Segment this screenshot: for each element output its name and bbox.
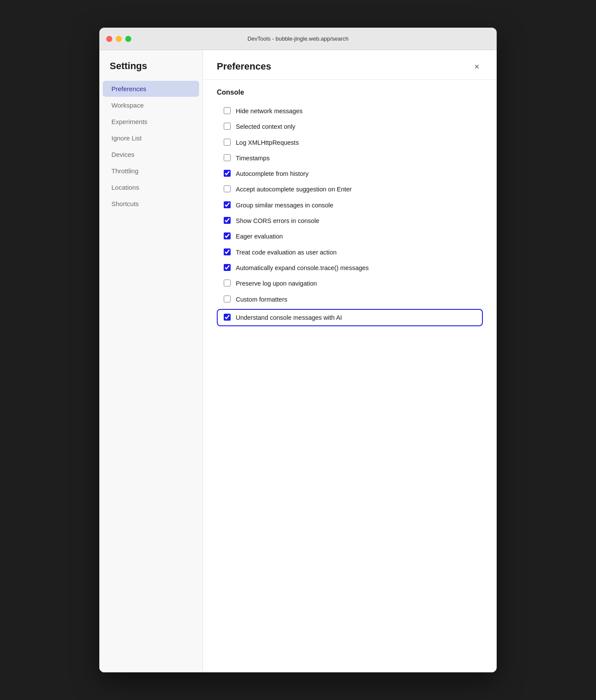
checkbox-item-timestamps: Timestamps [217, 150, 483, 166]
checkbox-item-hide-network-messages: Hide network messages [217, 103, 483, 119]
checkbox-hide-network-messages[interactable] [224, 107, 231, 114]
checkbox-label-autocomplete-from-history[interactable]: Autocomplete from history [236, 169, 308, 178]
checkbox-item-group-similar-messages: Group similar messages in console [217, 197, 483, 213]
checkbox-item-selected-context-only: Selected context only [217, 119, 483, 134]
checkbox-item-autocomplete-from-history: Autocomplete from history [217, 166, 483, 181]
checkbox-item-custom-formatters: Custom formatters [217, 292, 483, 307]
window-title: DevTools - bubble-jingle.web.app/search [247, 35, 349, 42]
checkbox-item-auto-expand-console-trace: Automatically expand console.trace() mes… [217, 260, 483, 276]
checkbox-item-eager-evaluation: Eager evaluation [217, 229, 483, 244]
sidebar-item-throttling[interactable]: Throttling [103, 163, 199, 179]
window-content: Settings PreferencesWorkspaceExperiments… [99, 50, 497, 672]
checkbox-label-eager-evaluation[interactable]: Eager evaluation [236, 232, 283, 241]
minimize-traffic-light[interactable] [116, 36, 122, 42]
checkbox-label-auto-expand-console-trace[interactable]: Automatically expand console.trace() mes… [236, 264, 369, 272]
checkbox-accept-autocomplete-suggestion[interactable] [224, 185, 231, 192]
checkbox-group-similar-messages[interactable] [224, 201, 231, 208]
main-header: Preferences × [203, 50, 497, 80]
checkbox-label-accept-autocomplete-suggestion[interactable]: Accept autocomplete suggestion on Enter [236, 185, 352, 194]
sidebar-item-ignore-list[interactable]: Ignore List [103, 130, 199, 146]
checkbox-label-group-similar-messages[interactable]: Group similar messages in console [236, 201, 333, 210]
traffic-lights [106, 36, 131, 42]
checkbox-label-hide-network-messages[interactable]: Hide network messages [236, 107, 303, 115]
checkbox-label-log-xmlhttprequests[interactable]: Log XMLHttpRequests [236, 138, 299, 147]
checkbox-label-treat-code-evaluation[interactable]: Treat code evaluation as user action [236, 248, 336, 257]
sidebar-item-devices[interactable]: Devices [103, 146, 199, 162]
checkbox-label-preserve-log[interactable]: Preserve log upon navigation [236, 279, 317, 288]
sidebar: Settings PreferencesWorkspaceExperiments… [99, 50, 203, 672]
checkbox-item-accept-autocomplete-suggestion: Accept autocomplete suggestion on Enter [217, 181, 483, 197]
sidebar-item-shortcuts[interactable]: Shortcuts [103, 196, 199, 212]
settings-scroll-area[interactable]: ConsoleHide network messagesSelected con… [203, 80, 497, 672]
sidebar-item-locations[interactable]: Locations [103, 179, 199, 195]
checkbox-item-log-xmlhttprequests: Log XMLHttpRequests [217, 135, 483, 150]
checkbox-label-show-cors-errors[interactable]: Show CORS errors in console [236, 216, 319, 225]
close-settings-button[interactable]: × [471, 60, 483, 73]
checkbox-item-preserve-log: Preserve log upon navigation [217, 276, 483, 291]
main-title: Preferences [217, 61, 271, 72]
checkbox-label-selected-context-only[interactable]: Selected context only [236, 122, 295, 131]
checkbox-treat-code-evaluation[interactable] [224, 248, 231, 255]
checkbox-eager-evaluation[interactable] [224, 232, 231, 239]
checkbox-show-cors-errors[interactable] [224, 217, 231, 224]
devtools-window: DevTools - bubble-jingle.web.app/search … [99, 28, 497, 672]
checkbox-item-show-cors-errors: Show CORS errors in console [217, 213, 483, 229]
checkbox-auto-expand-console-trace[interactable] [224, 264, 231, 271]
sidebar-item-preferences[interactable]: Preferences [103, 81, 199, 97]
checkbox-label-timestamps[interactable]: Timestamps [236, 154, 269, 162]
checkbox-label-custom-formatters[interactable]: Custom formatters [236, 295, 287, 304]
close-traffic-light[interactable] [106, 36, 112, 42]
section-title-console: Console [217, 89, 483, 96]
checkbox-item-understand-console-ai: Understand console messages with AI [217, 309, 483, 326]
sidebar-heading: Settings [99, 60, 203, 80]
checkbox-custom-formatters[interactable] [224, 296, 231, 302]
checkbox-autocomplete-from-history[interactable] [224, 170, 231, 177]
sidebar-item-experiments[interactable]: Experiments [103, 114, 199, 130]
main-content: Preferences × ConsoleHide network messag… [203, 50, 497, 672]
titlebar: DevTools - bubble-jingle.web.app/search [99, 28, 497, 50]
checkbox-selected-context-only[interactable] [224, 123, 231, 130]
section-console: ConsoleHide network messagesSelected con… [217, 89, 483, 326]
checkbox-log-xmlhttprequests[interactable] [224, 139, 231, 146]
checkbox-label-understand-console-ai[interactable]: Understand console messages with AI [236, 313, 342, 322]
checkbox-item-treat-code-evaluation: Treat code evaluation as user action [217, 245, 483, 260]
sidebar-item-workspace[interactable]: Workspace [103, 97, 199, 113]
maximize-traffic-light[interactable] [125, 36, 131, 42]
checkbox-timestamps[interactable] [224, 154, 231, 161]
checkbox-preserve-log[interactable] [224, 280, 231, 286]
checkbox-understand-console-ai[interactable] [224, 314, 231, 321]
